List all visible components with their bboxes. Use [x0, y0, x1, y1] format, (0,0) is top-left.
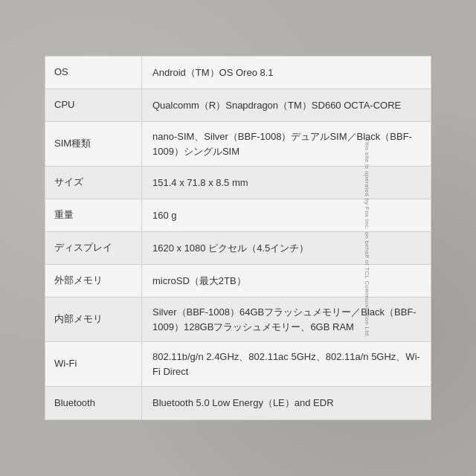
table-row: サイズ151.4 x 71.8 x 8.5 mm: [45, 167, 431, 199]
table-row: OSAndroid（TM）OS Oreo 8.1: [45, 57, 431, 89]
cell-value: 802.11b/g/n 2.4GHz、802.11ac 5GHz、802.11a…: [142, 342, 431, 386]
table-row: 外部メモリmicroSD（最大2TB）: [45, 265, 431, 298]
cell-label: ディスプレイ: [45, 232, 142, 264]
table-row: 内部メモリSilver（BBF-1008）64GBフラッシュメモリー／Black…: [45, 298, 431, 342]
cell-label: Wi-Fi: [45, 342, 142, 386]
cell-label: 内部メモリ: [45, 298, 142, 341]
table-row: BluetoothBluetooth 5.0 Low Energy（LE）and…: [45, 387, 431, 419]
cell-label: CPU: [45, 89, 142, 121]
cell-value: Qualcomm（R）Snapdragon（TM）SD660 OCTA-CORE: [142, 89, 431, 121]
cell-label: Bluetooth: [45, 387, 142, 419]
cell-value: 160 g: [142, 199, 431, 231]
cell-label: SIM種類: [45, 122, 142, 166]
table-row: Wi-Fi802.11b/g/n 2.4GHz、802.11ac 5GHz、80…: [45, 342, 431, 387]
cell-label: OS: [45, 57, 142, 89]
cell-value: Bluetooth 5.0 Low Energy（LE）and EDR: [142, 387, 431, 419]
table-row: CPUQualcomm（R）Snapdragon（TM）SD660 OCTA-C…: [45, 89, 431, 122]
table-row: SIM種類nano-SIM、Silver（BBF-1008）デュアルSIM／Bl…: [45, 122, 431, 167]
cell-label: 外部メモリ: [45, 265, 142, 297]
cell-value: Silver（BBF-1008）64GBフラッシュメモリー／Black（BBF-…: [142, 298, 431, 341]
cell-value: 151.4 x 71.8 x 8.5 mm: [142, 167, 431, 199]
cell-label: 重量: [45, 199, 142, 231]
cell-value: Android（TM）OS Oreo 8.1: [142, 57, 431, 89]
cell-value: microSD（最大2TB）: [142, 265, 431, 297]
cell-value: nano-SIM、Silver（BBF-1008）デュアルSIM／Black（B…: [142, 122, 431, 166]
table-row: 重量160 g: [45, 199, 431, 232]
side-watermark: This site is operated by Fox Inc. on beh…: [364, 138, 371, 338]
cell-label: サイズ: [45, 167, 142, 199]
table-row: ディスプレイ1620 x 1080 ピクセル（4.5インチ）: [45, 232, 431, 265]
cell-value: 1620 x 1080 ピクセル（4.5インチ）: [142, 232, 431, 264]
specs-table: OSAndroid（TM）OS Oreo 8.1CPUQualcomm（R）Sn…: [45, 56, 431, 420]
